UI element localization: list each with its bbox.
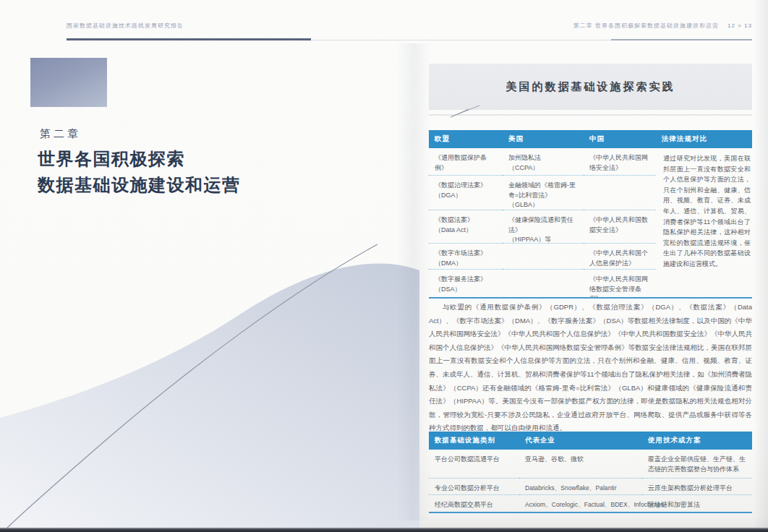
- chapter-title: 世界各国积极探索 数据基础设施建设和运营: [38, 146, 241, 198]
- photo-edge-bottom: [0, 528, 768, 532]
- law-comparison-table: 欧盟 美国 中国 法律法规对比 《通用数据保护条例》 （GDPR） 加州隐私法 …: [429, 130, 752, 299]
- table-cell: 《数字市场法案》 （DMA）: [429, 244, 503, 270]
- law-col-header-eu: 欧盟: [429, 134, 503, 144]
- page-gutter-shadow: [396, 43, 431, 520]
- section-title-box: 美国的数据基础设施探索实践: [429, 64, 752, 110]
- table-cell: Databricks、Snowflake、Palantir: [519, 479, 642, 495]
- table-cell: 经纪商数据交易平台: [429, 495, 519, 512]
- infra-col-header-tech: 使用技术或方案: [642, 436, 752, 445]
- chapter-title-line1: 世界各国积极探索: [38, 146, 241, 172]
- table-cell: 专业公司数据分析平台: [429, 479, 519, 495]
- table-cell: 《中华人民共和国数据安全法》: [584, 210, 656, 244]
- table-cell: 加州隐私法 （CCPA）: [503, 148, 584, 176]
- running-header-right: 第二章 世界各国积极探索数据基础设施建设和运营 12 > 13: [573, 22, 752, 30]
- law-col-header-cn: 中国: [584, 134, 656, 144]
- table-cell: 《数据法案》 （Data Act）: [429, 210, 503, 244]
- table-cell: Acxiom、Corelogic、Factual、BDEX、Infochimps: [519, 495, 642, 512]
- law-col-header-compare: 法律法规对比: [656, 134, 752, 144]
- page-number: 12 > 13: [728, 22, 752, 29]
- table-cell: 覆盖企业全部供应链、生产链、生态链的完善数据整合与协作体系: [642, 450, 752, 479]
- infra-col-header-category: 数据基础设施类别: [429, 436, 519, 445]
- chapter-label: 第二章: [40, 127, 81, 141]
- chapter-title-line2: 数据基础设施建设和运营: [38, 172, 241, 198]
- table-cell: 亚马逊、谷歌、微软: [519, 450, 642, 479]
- infrastructure-table: 数据基础设施类别 代表企业 使用技术或方案 平台公司数据流通平台 亚马逊、谷歌、…: [429, 432, 752, 513]
- table-cell: 云原生架构数据分析处理平台: [642, 479, 752, 495]
- table-cell: [584, 176, 656, 210]
- infra-col-header-companies: 代表企业: [519, 436, 642, 445]
- header-rule-accent-left: [67, 38, 311, 40]
- table-cell: 《中华人民共和国个人信息保护法》: [584, 244, 656, 270]
- table-cell: 《通用数据保护条例》 （GDPR）: [429, 148, 503, 176]
- table-cell: 《数字服务法案》 （DSA）: [429, 270, 503, 297]
- table-cell: 区块链和加密算法: [642, 495, 752, 512]
- infra-table-header-row: 数据基础设施类别 代表企业 使用技术或方案: [429, 432, 752, 450]
- decorative-wave-graphic: [0, 231, 419, 532]
- infra-table-body: 平台公司数据流通平台 亚马逊、谷歌、微软 覆盖企业全部供应链、生产链、生态链的完…: [429, 450, 752, 512]
- table-cell: [503, 244, 584, 270]
- header-rule-accent-right: [611, 39, 752, 40]
- law-col-header-us: 美国: [503, 134, 584, 144]
- chapter-cover-graphic: [30, 58, 107, 107]
- photo-edge-right: [754, 0, 768, 532]
- law-comparison-text: 通过研究对比发现，美国在联邦层面上一直没有数据安全和个人信息保护等方面的立法，只…: [656, 148, 752, 297]
- report-spread-page: 国家数据基础设施技术路线发展研究报告 第二章 世界各国积极探索数据基础设施建设和…: [0, 0, 768, 532]
- table-cell: 平台公司数据流通平台: [429, 450, 519, 479]
- table-cell: [503, 270, 584, 297]
- section-divider-zigzag: [429, 104, 752, 121]
- law-table-header-row: 欧盟 美国 中国 法律法规对比: [429, 130, 752, 148]
- running-header-left: 国家数据基础设施技术路线发展研究报告: [67, 22, 184, 30]
- body-paragraph: 与欧盟的《通用数据保护条例》（GDPR）、《数据治理法案》（DGA）、《数据法案…: [429, 301, 752, 435]
- table-cell: 《中华人民共和国网络安全法》: [584, 148, 656, 176]
- table-cell: 《中华人民共和国网络数据安全管理条例》: [584, 270, 656, 297]
- section-title: 美国的数据基础设施探索实践: [506, 80, 675, 94]
- table-cell: 金融领域的《格雷姆-里奇=比利雷法》（GLBA）: [503, 176, 584, 210]
- running-header-chapter: 第二章 世界各国积极探索数据基础设施建设和运营: [573, 22, 719, 30]
- table-cell: 《数据治理法案》 （DGA）: [429, 176, 503, 210]
- law-table-body: 《通用数据保护条例》 （GDPR） 加州隐私法 （CCPA） 《中华人民共和国网…: [429, 148, 752, 297]
- table-cell: 《健康保险流通和责任法》 （HIPPAA）等: [503, 210, 584, 244]
